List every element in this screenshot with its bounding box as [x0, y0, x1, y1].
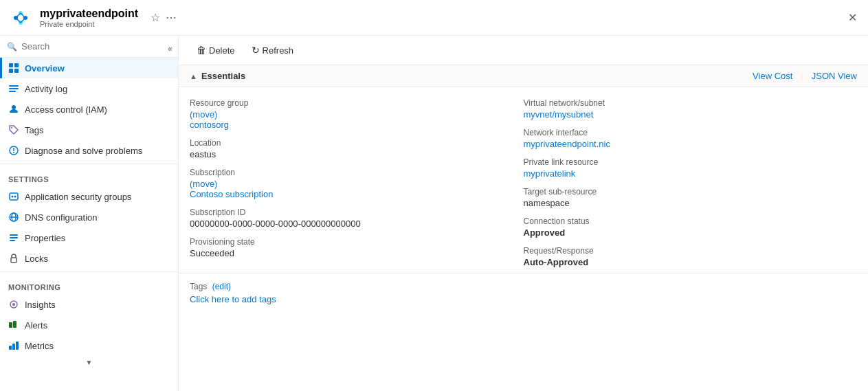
resource-name: myprivateendpoint — [40, 8, 138, 20]
sidebar-item-locks[interactable]: Locks — [0, 248, 178, 269]
connection-status-value: Approved — [524, 227, 858, 238]
properties-icon — [8, 232, 19, 243]
move-resource-group-link[interactable]: (move) — [190, 109, 217, 120]
top-icons: ☆ ⋯ — [151, 11, 177, 24]
provisioning-state-label: Provisioning state — [190, 237, 524, 247]
request-response-value: Auto-Approved — [524, 257, 858, 267]
connection-status-label: Connection status — [524, 216, 858, 226]
private-link-label: Private link resource — [524, 157, 858, 167]
network-interface-value: myprivateendpoint.nic — [524, 139, 858, 149]
field-connection-status: Connection status Approved — [524, 216, 858, 238]
sidebar-item-insights[interactable]: Insights — [0, 294, 178, 315]
svg-rect-35 — [12, 344, 15, 350]
svg-rect-10 — [9, 69, 13, 73]
monitoring-divider — [0, 271, 178, 272]
move-subscription-link[interactable]: (move) — [190, 179, 217, 189]
tags-add: Click here to add tags — [190, 294, 857, 304]
app-icon — [11, 8, 30, 27]
svg-point-19 — [13, 152, 14, 153]
sidebar-item-metrics[interactable]: Metrics — [0, 335, 178, 356]
svg-line-4 — [16, 13, 21, 18]
sidebar-item-tags[interactable]: Tags — [0, 120, 178, 140]
sidebar-item-overview[interactable]: Overview — [0, 58, 178, 78]
essentials-links: View Cost | JSON View — [753, 71, 857, 81]
sidebar-item-app-security-groups[interactable]: Application security groups — [0, 186, 178, 207]
private-link-link[interactable]: myprivatelink — [524, 168, 576, 179]
svg-rect-12 — [9, 85, 19, 87]
essentials-header: ▲ Essentials View Cost | JSON View — [179, 65, 868, 87]
svg-rect-20 — [10, 193, 18, 200]
svg-rect-26 — [10, 234, 18, 236]
resource-group-link[interactable]: contosorg — [190, 120, 229, 130]
activity-log-icon — [8, 83, 19, 94]
essentials-title: Essentials — [201, 71, 245, 81]
sidebar-item-dns-configuration[interactable]: DNS configuration — [0, 207, 178, 227]
more-icon[interactable]: ⋯ — [166, 11, 177, 24]
field-target-subresource: Target sub-resource namespace — [524, 187, 858, 208]
essentials-collapse-icon[interactable]: ▲ — [190, 72, 197, 80]
svg-point-21 — [12, 196, 14, 198]
vnet-subnet-label: Virtual network/subnet — [524, 98, 858, 108]
json-view-link[interactable]: JSON View — [812, 71, 857, 81]
svg-rect-13 — [9, 88, 19, 89]
svg-rect-8 — [9, 63, 13, 67]
star-icon[interactable]: ☆ — [151, 11, 160, 24]
network-interface-link[interactable]: myprivateendpoint.nic — [524, 139, 610, 149]
vnet-subnet-link[interactable]: myvnet/mysubnet — [524, 109, 594, 120]
subscription-value: (move) Contoso subscription — [190, 179, 524, 199]
search-input[interactable] — [21, 41, 131, 52]
vnet-subnet-value: myvnet/mysubnet — [524, 109, 858, 120]
metrics-icon — [8, 340, 19, 351]
settings-divider — [0, 164, 178, 164]
tags-label: Tags (edit) — [190, 282, 857, 291]
sidebar-item-properties[interactable]: Properties — [0, 227, 178, 248]
refresh-button[interactable]: ↻ Refresh — [245, 41, 301, 59]
delete-button[interactable]: 🗑 Delete — [190, 41, 242, 59]
tags-edit-link[interactable]: (edit) — [212, 282, 231, 291]
toolbar: 🗑 Delete ↻ Refresh — [179, 36, 868, 65]
field-request-response: Request/Response Auto-Approved — [524, 246, 858, 267]
scroll-down-indicator[interactable]: ▼ — [0, 356, 178, 369]
sidebar-item-access-control[interactable]: Access control (IAM) — [0, 99, 178, 120]
subscription-link[interactable]: Contoso subscription — [190, 189, 273, 199]
tags-text: Tags — [190, 282, 207, 291]
field-vnet-subnet: Virtual network/subnet myvnet/mysubnet — [524, 98, 858, 120]
svg-point-31 — [12, 303, 15, 306]
svg-line-5 — [21, 13, 25, 18]
sidebar-item-locks-label: Locks — [25, 254, 48, 264]
collapse-sidebar-button[interactable]: « — [168, 44, 173, 54]
svg-rect-28 — [10, 240, 15, 241]
svg-rect-32 — [9, 322, 12, 328]
monitoring-section-label: Monitoring — [0, 275, 178, 294]
field-location: Location eastus — [190, 138, 524, 159]
svg-rect-33 — [13, 321, 16, 328]
tags-icon — [8, 124, 19, 135]
close-button[interactable]: ✕ — [848, 11, 857, 24]
field-subscription-id: Subscription ID 00000000-0000-0000-0000-… — [190, 208, 524, 229]
sidebar-item-alerts[interactable]: Alerts — [0, 315, 178, 335]
content-area: 🗑 Delete ↻ Refresh ▲ Essentials View Cos… — [179, 36, 868, 391]
sidebar-item-activity-log[interactable]: Activity log — [0, 78, 178, 99]
link-divider: | — [801, 71, 803, 81]
sidebar-item-alerts-label: Alerts — [25, 320, 47, 331]
view-cost-link[interactable]: View Cost — [753, 71, 792, 81]
resource-group-label: Resource group — [190, 98, 524, 108]
essentials-left-col: Resource group (move) contosorg Location… — [190, 98, 524, 267]
locks-icon — [8, 253, 19, 264]
settings-section-label: Settings — [0, 167, 178, 186]
target-subresource-value: namespace — [524, 198, 858, 208]
sidebar-item-insights-label: Insights — [25, 300, 56, 310]
essentials-title-area: ▲ Essentials — [190, 71, 245, 81]
insights-icon — [8, 299, 19, 310]
tags-add-link[interactable]: Click here to add tags — [190, 294, 276, 304]
sidebar-item-diagnose-label: Diagnose and solve problems — [25, 146, 142, 156]
request-response-label: Request/Response — [524, 246, 858, 256]
top-bar: myprivateendpoint Private endpoint ☆ ⋯ ✕ — [0, 0, 868, 36]
sidebar-item-overview-label: Overview — [25, 63, 65, 74]
resource-subtitle: Private endpoint — [40, 20, 138, 28]
sidebar-item-diagnose[interactable]: Diagnose and solve problems — [0, 140, 178, 161]
essentials-right-col: Virtual network/subnet myvnet/mysubnet N… — [524, 98, 858, 267]
alerts-icon — [8, 320, 19, 331]
sidebar-item-access-control-label: Access control (IAM) — [25, 104, 107, 115]
asg-icon — [8, 191, 19, 202]
